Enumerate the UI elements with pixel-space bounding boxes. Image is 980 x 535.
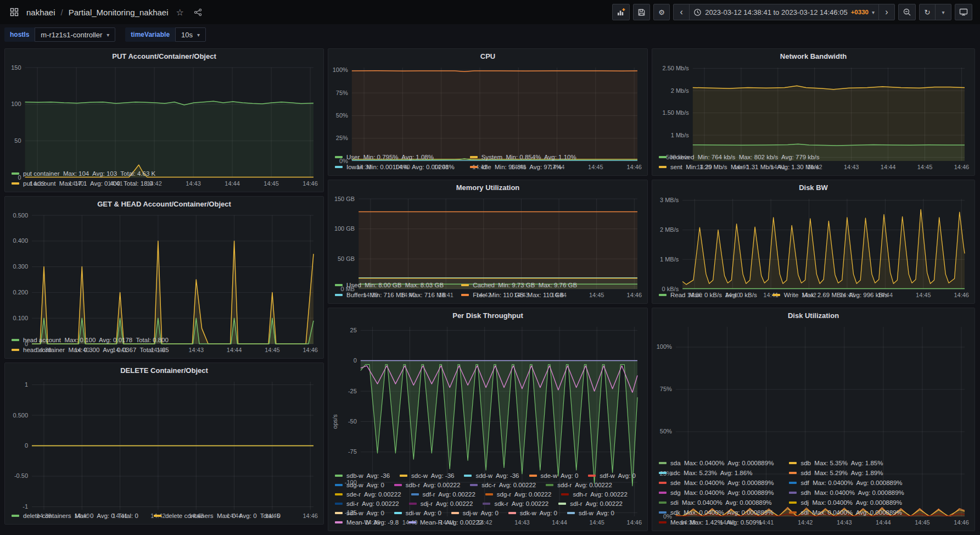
legend-item[interactable]: Free Min: 110 GB Max: 110 GB [461,291,577,300]
legend-item[interactable]: sdd-r Avg: 0.00222 [546,481,612,490]
refresh-interval-dropdown[interactable]: ▾ [935,4,951,20]
panel-title[interactable]: CPU [328,49,647,63]
legend-item[interactable]: Buffers Min: 716 MB Max: 716 MB [335,291,446,300]
zoom-out-time-button[interactable] [898,4,916,20]
legend-item[interactable]: sdk-w Avg: 0 [508,509,557,518]
legend-item[interactable]: sdi-w Avg: 0 [394,509,441,518]
legend-item[interactable]: delete containers Max: 0 Avg: 0 Total: 0 [12,511,138,521]
series-color-swatch [12,182,19,185]
breadcrumb-dashboard-title[interactable]: Partial_Monitoring_nakhaei [69,8,169,17]
svg-text:0.500: 0.500 [13,212,28,219]
dashboard-settings-button[interactable]: ⚙ [653,4,670,20]
legend-item[interactable]: sdg-w Avg: 0 [335,481,384,490]
time-series-graph[interactable]: 14:3914:4014:4114:4214:4314:4414:4514:46… [656,322,971,459]
panel-title[interactable]: Per Disk Throughput [328,308,647,322]
legend-item[interactable]: sdh-w Avg: 0 [335,509,384,518]
kiosk-mode-button[interactable] [955,4,972,20]
time-series-graph[interactable]: 14:3914:4014:4114:4214:4314:4414:4514:46… [332,322,644,471]
legend-item[interactable]: Write Max: 2.69 MB/s Avg: 996 kB/s [772,291,888,300]
legend-item[interactable]: sdk-r Avg: 0.00222 [483,499,548,509]
legend-item[interactable]: sde-w Avg: 0 [529,471,579,481]
time-series-graph[interactable]: 14:3914:4014:4114:4214:4314:4414:4514:46… [656,194,971,291]
variable-value-dropdown[interactable]: m-r1z1s1-controller ▾ [35,27,115,42]
panel-title[interactable]: Memory Utilization [328,180,647,194]
legend-item[interactable]: sdb-r Avg: 0.00222 [394,481,461,490]
refresh-button[interactable]: ↻ [919,4,936,20]
legend-item[interactable]: sdj-r Avg: 0.00222 [409,499,473,509]
time-shift-forward-button[interactable]: › [878,4,895,20]
svg-text:1: 1 [25,381,28,388]
time-series-graph[interactable]: 14:3914:4014:4114:4214:4314:4414:4514:46… [332,194,644,281]
legend-item[interactable]: sdf-r Avg: 0.00222 [411,490,475,499]
legend-item[interactable]: sdd-w Avg: -36 [464,471,519,481]
legend-item[interactable]: put container Max: 104 Avg: 103 Total: 4… [12,169,155,179]
legend-item[interactable]: sde Max: 0.0400% Avg: 0.000889% [659,478,774,488]
legend-item[interactable]: sdh Max: 0.0400% Avg: 0.000889% [789,488,904,498]
variable-hostIs[interactable]: hostIs m-r1z1s1-controller ▾ [4,27,115,42]
legend-item[interactable]: User Min: 0.795% Avg: 1.08% [335,153,455,162]
legend-item[interactable]: sdb-w Avg: -36 [335,471,390,481]
legend-item[interactable]: sent Min: 1.29 Mb/s Max: 1.31 Mb/s Avg: … [659,163,819,172]
svg-text:-75: -75 [348,448,357,455]
breadcrumb-folder[interactable]: nakhaei [26,8,55,17]
legend-item[interactable]: sdc-r Avg: 0.00222 [470,481,536,490]
legend-item[interactable]: sdk Max: 0.0400% Avg: 0.000889% [659,508,774,517]
legend-item[interactable]: sdf Max: 0.0400% Avg: 0.000889% [789,478,904,488]
panel-title[interactable]: Disk Utilization [652,308,975,322]
legend-item[interactable]: sdb Max: 5.35% Avg: 1.85% [789,459,904,468]
legend-item[interactable]: idle Min: 96.8% Avg: 97.7% [470,163,576,172]
legend-item[interactable]: System Min: 0.854% Avg: 1.10% [470,153,576,162]
legend-item[interactable]: Cached Min: 9.73 GB Max: 9.76 GB [461,281,577,290]
variable-timeVariable[interactable]: timeVariable 10s ▾ [125,27,206,42]
legend-item[interactable]: Used Min: 8.00 GB Max: 8.03 GB [335,281,446,290]
legend-item[interactable]: head container Max: 0.300 Avg: 0.0367 To… [12,345,169,355]
legend-item[interactable]: Iowait Min: 0.00104% Avg: 0.00208% [335,163,455,172]
share-icon[interactable] [192,7,204,18]
svg-text:1.50 Mb/s: 1.50 Mb/s [662,109,689,116]
series-color-swatch [789,482,797,484]
time-series-graph[interactable]: 14:3914:4014:4114:4214:4314:4414:4514:46… [8,377,320,511]
star-icon[interactable]: ☆ [174,6,186,19]
legend-item[interactable]: sda Max: 0.0400% Avg: 0.000889% [659,459,774,468]
legend-item[interactable]: sdd Max: 5.29% Avg: 1.89% [789,469,904,478]
legend-item[interactable]: head account Max: 0.100 Avg: 0.0178 Tota… [12,336,169,345]
panel-title[interactable]: DELETE Container/Object [5,363,323,377]
save-dashboard-button[interactable] [633,4,650,20]
legend-item[interactable]: recieved Min: 764 kb/s Max: 802 kb/s Avg… [659,153,819,162]
series-color-swatch [409,503,417,505]
time-series-graph[interactable]: 14:3914:4014:4114:4214:4314:4414:4514:46… [332,63,644,153]
legend-item[interactable]: sde-r Avg: 0.00222 [335,490,401,499]
legend-item[interactable]: sdl-r Avg: 0.00222 [558,499,623,509]
legend-item[interactable]: sdj Max: 0.0400% Avg: 0.000889% [789,498,904,508]
time-series-graph[interactable]: 14:3914:4014:4114:4214:4314:4414:4514:46… [8,63,320,169]
legend-item[interactable]: sdi-r Avg: 0.00222 [335,499,399,509]
apps-grid-icon[interactable] [8,7,21,18]
legend-item[interactable]: sdg-r Avg: 0.00222 [485,490,552,499]
variable-value-dropdown[interactable]: 10s ▾ [175,27,206,42]
time-range-picker[interactable]: 2023-03-12 14:38:41 to 2023-03-12 14:46:… [689,4,879,20]
panel-title[interactable]: Disk BW [652,180,975,194]
legend-item[interactable]: sdj-w Avg: 0 [451,509,499,518]
legend-item[interactable]: sdl-w Avg: 0 [567,509,614,518]
legend-item[interactable]: delete containers Max: 0 Avg: 0 Total: 0 [154,511,281,521]
legend-item[interactable]: put account Max: 17.1 Avg: 0.400 Total: … [12,179,155,188]
legend-item[interactable]: sdi Max: 0.0400% Avg: 0.000889% [659,498,774,508]
time-shift-back-button[interactable]: ‹ [673,4,690,20]
legend-item[interactable]: Mean-W Avg: -9.8 [335,518,399,527]
time-series-graph[interactable]: 14:3914:4014:4114:4214:4314:4414:4514:46… [8,211,320,336]
legend-item[interactable]: sdc-w Avg: -36 [400,471,454,481]
legend-item[interactable]: sdl Max: 0.0400% Avg: 0.000889% [789,508,904,517]
add-panel-button[interactable] [612,4,630,20]
panel-title[interactable]: PUT Account/Container/Object [5,49,323,63]
panel-title[interactable]: Network Bandwidth [652,49,975,63]
panel-title[interactable]: GET & HEAD Account/Container/Object [5,197,323,211]
legend-item[interactable]: Mean-R Avg: 0.00222 [408,518,483,527]
time-series-graph[interactable]: 14:3914:4014:4114:4214:4314:4414:4514:46… [656,63,971,153]
legend-item[interactable]: Read Max: 0 kB/s Avg: 0 kB/s [659,291,757,300]
legend-item[interactable]: sdh-r Avg: 0.00222 [561,490,628,499]
legend-item[interactable]: sdf-w Avg: 0 [588,471,636,481]
legend-item[interactable]: Mean Max: 1.42% Avg: 0.509% [659,518,774,527]
legend-item[interactable]: sdg Max: 0.0400% Avg: 0.000889% [659,488,774,498]
dashboard-variables-row: hostIs m-r1z1s1-controller ▾ timeVariabl… [0,24,980,45]
legend-item[interactable]: sdc Max: 5.23% Avg: 1.86% [659,469,774,478]
